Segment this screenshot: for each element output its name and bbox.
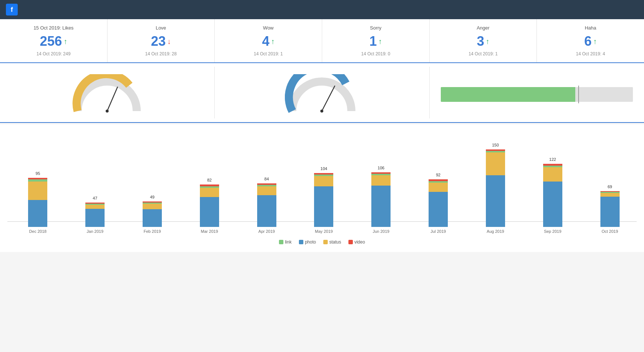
reactions-bar-container (437, 80, 637, 109)
legend-swatch-status (323, 240, 328, 244)
bar-x-label: Aug 2019 (487, 229, 504, 234)
photo-segment (257, 195, 276, 227)
reactions-target-line (578, 86, 579, 103)
bar-total-label: 95 (35, 171, 40, 176)
metric-card: 15 Oct 2019: Likes 256 ↑ 14 Oct 2019: 24… (0, 19, 108, 62)
targets-row (0, 63, 644, 123)
bar-stack: 47 (85, 203, 105, 227)
bar-stack: 92 (429, 179, 448, 227)
bar-x-label: Apr 2019 (258, 229, 275, 234)
status-segment (371, 175, 391, 186)
trend-up-icon: ↑ (593, 37, 597, 46)
reach-gauge (285, 74, 359, 115)
metric-value: 1 ↑ (328, 34, 423, 49)
legend-swatch-video (348, 240, 353, 244)
posts-target-panel (0, 67, 215, 118)
legend-label-photo: photo (305, 239, 316, 245)
trend-section: 95Dec 201847Jan 201949Feb 201982Mar 2019… (0, 124, 644, 252)
metric-value: 6 ↑ (543, 34, 638, 49)
reach-target-panel (215, 67, 429, 118)
metric-label: 15 Oct 2019: Likes (6, 25, 101, 31)
metric-value: 23 ↓ (113, 34, 209, 49)
bar-group: 84Apr 2019 (240, 183, 293, 234)
bar-total-label: 150 (492, 143, 499, 147)
trend-up-icon: ↑ (378, 37, 382, 46)
reactions-bar-outer (441, 87, 633, 102)
photo-segment (200, 197, 219, 227)
metric-label: Wow (221, 25, 316, 31)
status-segment (28, 182, 47, 200)
bar-x-label: Sep 2019 (544, 229, 561, 234)
svg-line-0 (107, 87, 117, 111)
photo-segment (486, 175, 505, 227)
svg-point-3 (320, 110, 323, 113)
bar-group: 95Dec 2018 (11, 178, 65, 234)
trend-up-icon: ↑ (64, 37, 67, 46)
reactions-target-panel (430, 67, 644, 118)
photo-segment (28, 200, 47, 227)
bar-stack: 49 (143, 201, 162, 227)
bar-total-label: 122 (549, 157, 556, 162)
trend-down-icon: ↓ (167, 37, 171, 46)
status-segment (600, 193, 620, 197)
bar-x-label: Jun 2019 (373, 229, 389, 234)
bar-stack: 104 (314, 173, 333, 227)
photo-segment (371, 186, 391, 227)
chart-area: 95Dec 201847Jan 201949Feb 201982Mar 2019… (7, 138, 637, 234)
bar-x-label: May 2019 (315, 229, 333, 234)
photo-segment (85, 209, 105, 227)
status-segment (314, 176, 333, 186)
bar-x-label: Oct 2019 (602, 229, 618, 234)
status-segment (429, 183, 448, 192)
metric-prev: 14 Oct 2019: 1 (436, 51, 531, 56)
legend-label-status: status (329, 239, 341, 245)
bar-total-label: 106 (378, 166, 384, 170)
trend-up-icon: ↑ (486, 37, 490, 46)
bar-x-label: Jan 2019 (87, 229, 103, 234)
status-segment (85, 205, 105, 209)
legend-swatch-photo (299, 240, 303, 244)
bar-stack: 84 (257, 183, 276, 227)
bar-x-label: Feb 2019 (144, 229, 161, 234)
photo-segment (314, 186, 333, 227)
bar-group: 69Oct 2019 (583, 191, 637, 234)
metric-card: Wow 4 ↑ 14 Oct 2019: 1 (215, 19, 322, 62)
bar-x-label: Jul 2019 (430, 229, 446, 234)
metric-value: 4 ↑ (221, 34, 316, 49)
metrics-row: 15 Oct 2019: Likes 256 ↑ 14 Oct 2019: 24… (0, 19, 644, 63)
bar-stack: 69 (600, 191, 620, 227)
legend-item: status (323, 239, 341, 245)
bar-total-label: 84 (265, 177, 269, 181)
status-segment (543, 167, 562, 182)
status-segment (200, 188, 219, 197)
metric-card: Anger 3 ↑ 14 Oct 2019: 1 (430, 19, 537, 62)
reactions-bar-inner (441, 87, 575, 102)
metric-prev: 14 Oct 2019: 4 (543, 51, 638, 56)
bar-x-label: Dec 2018 (29, 229, 47, 234)
metric-card: Haha 6 ↑ 14 Oct 2019: 4 (537, 19, 644, 62)
bar-group: 49Feb 2019 (126, 201, 179, 234)
bar-total-label: 47 (93, 196, 97, 200)
metric-card: Sorry 1 ↑ 14 Oct 2019: 0 (322, 19, 430, 62)
bar-stack: 106 (371, 172, 391, 227)
bar-group: 106Jun 2019 (354, 172, 408, 234)
bar-total-label: 92 (436, 173, 440, 177)
metric-value: 256 ↑ (6, 34, 101, 49)
metric-label: Anger (436, 25, 531, 31)
header: f (0, 0, 644, 19)
chart-legend: link photo status video (7, 239, 637, 245)
bar-stack: 122 (543, 164, 562, 227)
metric-card: Love 23 ↓ 14 Oct 2019: 28 (108, 19, 215, 62)
bar-group: 47Jan 2019 (68, 203, 122, 234)
bar-stack: 95 (28, 178, 47, 227)
legend-label-link: link (285, 239, 292, 245)
bar-total-label: 82 (207, 178, 212, 182)
bar-x-label: Mar 2019 (201, 229, 218, 234)
legend-item: video (348, 239, 365, 245)
metric-label: Sorry (328, 25, 423, 31)
legend-swatch-link (279, 240, 283, 244)
bar-total-label: 49 (150, 195, 154, 199)
metric-prev: 14 Oct 2019: 1 (221, 51, 316, 56)
trend-up-icon: ↑ (271, 37, 275, 46)
metric-prev: 14 Oct 2019: 249 (6, 51, 101, 56)
